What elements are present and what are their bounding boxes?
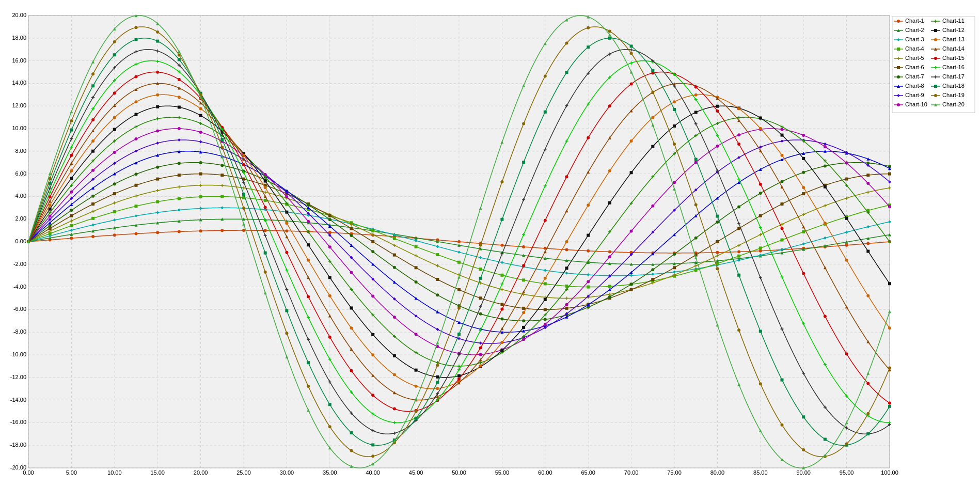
chart-container: Common XY Chart Demo: [0, 0, 980, 486]
chart-canvas: [0, 0, 980, 486]
